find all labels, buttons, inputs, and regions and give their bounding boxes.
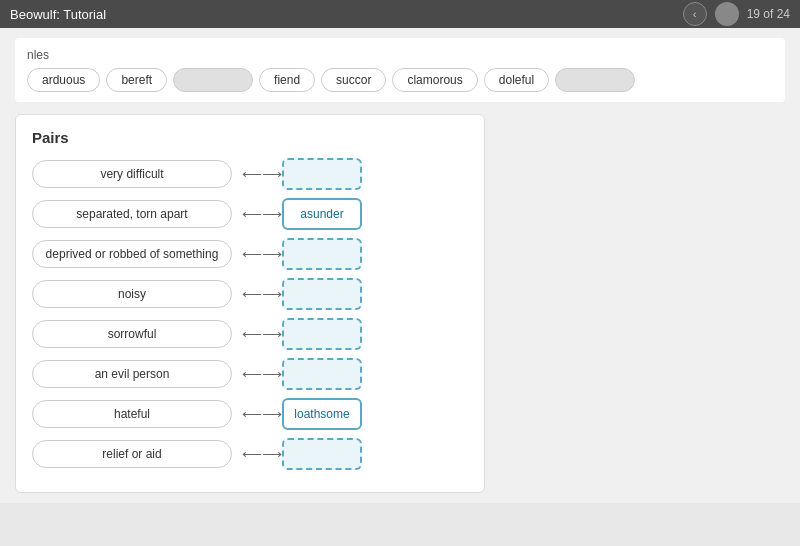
chip-bereft[interactable]: bereft [106,68,167,92]
pair-right-5[interactable] [282,358,362,390]
pair-left-4: sorrowful [32,320,232,348]
pair-arrow-3: ⟵⟶ [242,286,272,302]
pair-right-2[interactable] [282,238,362,270]
pair-left-2: deprived or robbed of something [32,240,232,268]
pair-left-0: very difficult [32,160,232,188]
pair-arrow-5: ⟵⟶ [242,366,272,382]
pairs-panel: Pairs very difficult⟵⟶separated, torn ap… [15,114,485,493]
pair-right-3[interactable] [282,278,362,310]
app-title: Beowulf: Tutorial [10,7,106,22]
main-content: nles arduousbereftfiendsuccorclamorousdo… [0,28,800,503]
chip-doleful[interactable]: doleful [484,68,549,92]
pair-row-1: separated, torn apart⟵⟶asunder [32,198,468,230]
page-count: 19 of 24 [747,7,790,21]
pair-row-2: deprived or robbed of something⟵⟶ [32,238,468,270]
pair-row-6: hateful⟵⟶loathsome [32,398,468,430]
chips-row: arduousbereftfiendsuccorclamorousdoleful [27,68,773,92]
pair-arrow-0: ⟵⟶ [242,166,272,182]
pair-row-3: noisy⟵⟶ [32,278,468,310]
pairs-container: very difficult⟵⟶separated, torn apart⟵⟶a… [32,158,468,470]
pair-left-3: noisy [32,280,232,308]
title-bar: Beowulf: Tutorial ‹ 19 of 24 [0,0,800,28]
pair-left-5: an evil person [32,360,232,388]
chip-succor[interactable]: succor [321,68,386,92]
user-avatar [715,2,739,26]
chips-section: nles arduousbereftfiendsuccorclamorousdo… [15,38,785,102]
chip-clamorous[interactable]: clamorous [392,68,477,92]
pair-arrow-6: ⟵⟶ [242,406,272,422]
chip-empty1[interactable] [173,68,253,92]
pair-row-4: sorrowful⟵⟶ [32,318,468,350]
pair-right-4[interactable] [282,318,362,350]
pair-right-7[interactable] [282,438,362,470]
nav-back-button[interactable]: ‹ [683,2,707,26]
pair-arrow-1: ⟵⟶ [242,206,272,222]
title-bar-controls: ‹ 19 of 24 [683,2,790,26]
pair-arrow-4: ⟵⟶ [242,326,272,342]
pair-left-7: relief or aid [32,440,232,468]
pair-arrow-7: ⟵⟶ [242,446,272,462]
pair-row-5: an evil person⟵⟶ [32,358,468,390]
pair-arrow-2: ⟵⟶ [242,246,272,262]
pair-left-6: hateful [32,400,232,428]
pair-right-6[interactable]: loathsome [282,398,362,430]
chip-arduous[interactable]: arduous [27,68,100,92]
pair-right-1[interactable]: asunder [282,198,362,230]
chip-empty2[interactable] [555,68,635,92]
pair-row-0: very difficult⟵⟶ [32,158,468,190]
pair-row-7: relief or aid⟵⟶ [32,438,468,470]
chips-label: nles [27,48,773,62]
pair-right-0[interactable] [282,158,362,190]
pair-left-1: separated, torn apart [32,200,232,228]
pairs-title: Pairs [32,129,468,146]
chip-fiend[interactable]: fiend [259,68,315,92]
